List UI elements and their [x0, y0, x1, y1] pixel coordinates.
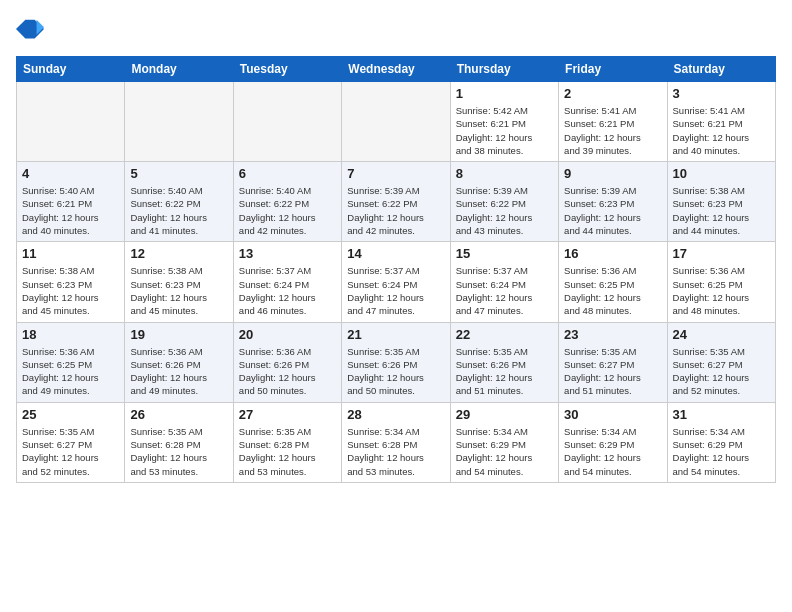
calendar-cell: 14Sunrise: 5:37 AM Sunset: 6:24 PM Dayli…: [342, 242, 450, 322]
calendar-cell: [233, 82, 341, 162]
calendar-header-row: SundayMondayTuesdayWednesdayThursdayFrid…: [17, 57, 776, 82]
calendar-cell: 12Sunrise: 5:38 AM Sunset: 6:23 PM Dayli…: [125, 242, 233, 322]
day-number: 18: [22, 327, 119, 342]
calendar-cell: 24Sunrise: 5:35 AM Sunset: 6:27 PM Dayli…: [667, 322, 775, 402]
day-info: Sunrise: 5:35 AM Sunset: 6:26 PM Dayligh…: [347, 345, 444, 398]
calendar-cell: 15Sunrise: 5:37 AM Sunset: 6:24 PM Dayli…: [450, 242, 558, 322]
calendar-cell: 20Sunrise: 5:36 AM Sunset: 6:26 PM Dayli…: [233, 322, 341, 402]
day-number: 21: [347, 327, 444, 342]
day-number: 20: [239, 327, 336, 342]
calendar-cell: [342, 82, 450, 162]
day-number: 30: [564, 407, 661, 422]
day-number: 27: [239, 407, 336, 422]
calendar-week-row: 11Sunrise: 5:38 AM Sunset: 6:23 PM Dayli…: [17, 242, 776, 322]
day-info: Sunrise: 5:39 AM Sunset: 6:22 PM Dayligh…: [456, 184, 553, 237]
day-number: 28: [347, 407, 444, 422]
col-header-friday: Friday: [559, 57, 667, 82]
col-header-sunday: Sunday: [17, 57, 125, 82]
day-number: 7: [347, 166, 444, 181]
day-number: 5: [130, 166, 227, 181]
day-number: 12: [130, 246, 227, 261]
day-info: Sunrise: 5:36 AM Sunset: 6:26 PM Dayligh…: [130, 345, 227, 398]
calendar-cell: 9Sunrise: 5:39 AM Sunset: 6:23 PM Daylig…: [559, 162, 667, 242]
col-header-thursday: Thursday: [450, 57, 558, 82]
calendar-cell: [125, 82, 233, 162]
day-number: 23: [564, 327, 661, 342]
calendar-cell: 4Sunrise: 5:40 AM Sunset: 6:21 PM Daylig…: [17, 162, 125, 242]
calendar-cell: 10Sunrise: 5:38 AM Sunset: 6:23 PM Dayli…: [667, 162, 775, 242]
col-header-wednesday: Wednesday: [342, 57, 450, 82]
day-number: 26: [130, 407, 227, 422]
calendar-cell: 16Sunrise: 5:36 AM Sunset: 6:25 PM Dayli…: [559, 242, 667, 322]
calendar-cell: 21Sunrise: 5:35 AM Sunset: 6:26 PM Dayli…: [342, 322, 450, 402]
day-info: Sunrise: 5:40 AM Sunset: 6:22 PM Dayligh…: [239, 184, 336, 237]
day-number: 1: [456, 86, 553, 101]
calendar-cell: 7Sunrise: 5:39 AM Sunset: 6:22 PM Daylig…: [342, 162, 450, 242]
day-number: 24: [673, 327, 770, 342]
calendar-cell: 3Sunrise: 5:41 AM Sunset: 6:21 PM Daylig…: [667, 82, 775, 162]
calendar-cell: 29Sunrise: 5:34 AM Sunset: 6:29 PM Dayli…: [450, 402, 558, 482]
day-number: 29: [456, 407, 553, 422]
day-info: Sunrise: 5:34 AM Sunset: 6:29 PM Dayligh…: [673, 425, 770, 478]
day-info: Sunrise: 5:35 AM Sunset: 6:28 PM Dayligh…: [239, 425, 336, 478]
day-number: 16: [564, 246, 661, 261]
day-info: Sunrise: 5:42 AM Sunset: 6:21 PM Dayligh…: [456, 104, 553, 157]
calendar-cell: 17Sunrise: 5:36 AM Sunset: 6:25 PM Dayli…: [667, 242, 775, 322]
calendar-cell: 6Sunrise: 5:40 AM Sunset: 6:22 PM Daylig…: [233, 162, 341, 242]
day-info: Sunrise: 5:34 AM Sunset: 6:28 PM Dayligh…: [347, 425, 444, 478]
day-info: Sunrise: 5:34 AM Sunset: 6:29 PM Dayligh…: [456, 425, 553, 478]
calendar-cell: 5Sunrise: 5:40 AM Sunset: 6:22 PM Daylig…: [125, 162, 233, 242]
day-number: 17: [673, 246, 770, 261]
calendar-cell: 23Sunrise: 5:35 AM Sunset: 6:27 PM Dayli…: [559, 322, 667, 402]
day-info: Sunrise: 5:35 AM Sunset: 6:26 PM Dayligh…: [456, 345, 553, 398]
col-header-monday: Monday: [125, 57, 233, 82]
calendar-week-row: 18Sunrise: 5:36 AM Sunset: 6:25 PM Dayli…: [17, 322, 776, 402]
day-info: Sunrise: 5:36 AM Sunset: 6:26 PM Dayligh…: [239, 345, 336, 398]
day-info: Sunrise: 5:36 AM Sunset: 6:25 PM Dayligh…: [22, 345, 119, 398]
logo: [16, 16, 48, 44]
day-info: Sunrise: 5:37 AM Sunset: 6:24 PM Dayligh…: [456, 264, 553, 317]
day-number: 10: [673, 166, 770, 181]
calendar-cell: 31Sunrise: 5:34 AM Sunset: 6:29 PM Dayli…: [667, 402, 775, 482]
day-info: Sunrise: 5:34 AM Sunset: 6:29 PM Dayligh…: [564, 425, 661, 478]
day-number: 3: [673, 86, 770, 101]
logo-icon: [16, 16, 44, 44]
day-number: 11: [22, 246, 119, 261]
day-number: 25: [22, 407, 119, 422]
col-header-tuesday: Tuesday: [233, 57, 341, 82]
calendar-cell: 27Sunrise: 5:35 AM Sunset: 6:28 PM Dayli…: [233, 402, 341, 482]
day-number: 22: [456, 327, 553, 342]
day-number: 8: [456, 166, 553, 181]
day-number: 6: [239, 166, 336, 181]
day-info: Sunrise: 5:35 AM Sunset: 6:28 PM Dayligh…: [130, 425, 227, 478]
day-info: Sunrise: 5:37 AM Sunset: 6:24 PM Dayligh…: [239, 264, 336, 317]
calendar-week-row: 1Sunrise: 5:42 AM Sunset: 6:21 PM Daylig…: [17, 82, 776, 162]
day-number: 14: [347, 246, 444, 261]
day-info: Sunrise: 5:36 AM Sunset: 6:25 PM Dayligh…: [673, 264, 770, 317]
day-info: Sunrise: 5:38 AM Sunset: 6:23 PM Dayligh…: [130, 264, 227, 317]
day-info: Sunrise: 5:36 AM Sunset: 6:25 PM Dayligh…: [564, 264, 661, 317]
day-info: Sunrise: 5:40 AM Sunset: 6:22 PM Dayligh…: [130, 184, 227, 237]
day-info: Sunrise: 5:39 AM Sunset: 6:23 PM Dayligh…: [564, 184, 661, 237]
calendar-cell: 26Sunrise: 5:35 AM Sunset: 6:28 PM Dayli…: [125, 402, 233, 482]
col-header-saturday: Saturday: [667, 57, 775, 82]
day-number: 2: [564, 86, 661, 101]
day-number: 13: [239, 246, 336, 261]
day-info: Sunrise: 5:35 AM Sunset: 6:27 PM Dayligh…: [564, 345, 661, 398]
day-info: Sunrise: 5:35 AM Sunset: 6:27 PM Dayligh…: [673, 345, 770, 398]
calendar-cell: 2Sunrise: 5:41 AM Sunset: 6:21 PM Daylig…: [559, 82, 667, 162]
calendar-cell: 11Sunrise: 5:38 AM Sunset: 6:23 PM Dayli…: [17, 242, 125, 322]
calendar-cell: 19Sunrise: 5:36 AM Sunset: 6:26 PM Dayli…: [125, 322, 233, 402]
calendar-cell: [17, 82, 125, 162]
calendar-week-row: 25Sunrise: 5:35 AM Sunset: 6:27 PM Dayli…: [17, 402, 776, 482]
day-info: Sunrise: 5:38 AM Sunset: 6:23 PM Dayligh…: [673, 184, 770, 237]
day-info: Sunrise: 5:39 AM Sunset: 6:22 PM Dayligh…: [347, 184, 444, 237]
day-number: 4: [22, 166, 119, 181]
calendar-week-row: 4Sunrise: 5:40 AM Sunset: 6:21 PM Daylig…: [17, 162, 776, 242]
calendar-cell: 18Sunrise: 5:36 AM Sunset: 6:25 PM Dayli…: [17, 322, 125, 402]
calendar-cell: 28Sunrise: 5:34 AM Sunset: 6:28 PM Dayli…: [342, 402, 450, 482]
calendar-cell: 25Sunrise: 5:35 AM Sunset: 6:27 PM Dayli…: [17, 402, 125, 482]
day-info: Sunrise: 5:37 AM Sunset: 6:24 PM Dayligh…: [347, 264, 444, 317]
day-info: Sunrise: 5:41 AM Sunset: 6:21 PM Dayligh…: [673, 104, 770, 157]
day-number: 15: [456, 246, 553, 261]
